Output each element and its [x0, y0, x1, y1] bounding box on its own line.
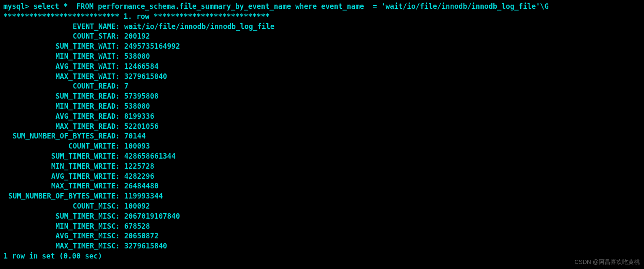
result-row: COUNT_MISC: 100092: [3, 201, 641, 212]
field-name: MIN_TIMER_READ:: [3, 102, 124, 112]
field-name: COUNT_WRITE:: [3, 141, 124, 151]
field-value: 20650872: [124, 231, 159, 241]
field-name: AVG_TIMER_READ:: [3, 112, 124, 122]
field-value: 428658661344: [124, 151, 176, 162]
result-row: MIN_TIMER_MISC: 678528: [3, 222, 641, 232]
field-value: 26484480: [124, 181, 159, 191]
field-name: MAX_TIMER_MISC:: [3, 241, 124, 251]
result-row: AVG_TIMER_MISC: 20650872: [3, 231, 641, 241]
result-row: MIN_TIMER_WRITE: 1225728: [3, 162, 641, 172]
result-row: COUNT_READ: 7: [3, 81, 641, 91]
field-value: 57395808: [124, 91, 159, 102]
sql-command: select * FROM performance_schema.file_su…: [34, 2, 549, 10]
field-name: AVG_TIMER_WRITE:: [3, 172, 124, 182]
result-row: EVENT_NAME: wait/io/file/innodb/innodb_l…: [3, 22, 641, 32]
field-name: MIN_TIMER_MISC:: [3, 222, 124, 232]
field-name: SUM_TIMER_WRITE:: [3, 151, 124, 162]
field-value: 100093: [124, 141, 150, 151]
field-value: 52201056: [124, 122, 159, 132]
command-line[interactable]: mysql> select * FROM performance_schema.…: [3, 2, 641, 12]
field-name: MAX_TIMER_WRITE:: [3, 181, 124, 191]
result-row: MIN_TIMER_WAIT: 538080: [3, 52, 641, 62]
field-value: 4282296: [124, 172, 154, 182]
row-header: *************************** 1. row *****…: [3, 12, 641, 22]
field-name: SUM_TIMER_MISC:: [3, 212, 124, 222]
result-row: SUM_TIMER_MISC: 2067019107840: [3, 212, 641, 222]
field-value: 1225728: [124, 162, 154, 172]
result-row: AVG_TIMER_READ: 8199336: [3, 112, 641, 122]
field-value: 2067019107840: [124, 212, 180, 222]
field-value: 8199336: [124, 112, 154, 122]
field-value: 100092: [124, 201, 150, 212]
result-row: MAX_TIMER_WAIT: 3279615840: [3, 72, 641, 82]
field-value: 7: [124, 81, 128, 91]
result-row: AVG_TIMER_WAIT: 12466584: [3, 62, 641, 72]
result-row: SUM_TIMER_READ: 57395808: [3, 91, 641, 102]
field-name: MAX_TIMER_WAIT:: [3, 72, 124, 82]
result-rows: EVENT_NAME: wait/io/file/innodb/innodb_l…: [3, 22, 641, 251]
result-row: MAX_TIMER_WRITE: 26484480: [3, 181, 641, 191]
field-name: EVENT_NAME:: [3, 22, 124, 32]
field-value: 70144: [124, 131, 146, 141]
result-row: COUNT_STAR: 200192: [3, 31, 641, 42]
field-value: 3279615840: [124, 241, 167, 251]
field-value: 538080: [124, 102, 150, 112]
watermark: CSDN @阿昌喜欢吃黄桃: [574, 258, 640, 266]
field-name: SUM_TIMER_READ:: [3, 91, 124, 102]
field-value: 12466584: [124, 62, 159, 72]
result-row: COUNT_WRITE: 100093: [3, 141, 641, 151]
result-row: AVG_TIMER_WRITE: 4282296: [3, 172, 641, 182]
result-row: SUM_NUMBER_OF_BYTES_READ: 70144: [3, 131, 641, 141]
field-name: MAX_TIMER_READ:: [3, 122, 124, 132]
result-row: MAX_TIMER_MISC: 3279615840: [3, 241, 641, 251]
result-row: MIN_TIMER_READ: 538080: [3, 102, 641, 112]
field-value: 200192: [124, 31, 150, 42]
field-name: AVG_TIMER_MISC:: [3, 231, 124, 241]
field-name: SUM_NUMBER_OF_BYTES_WRITE:: [3, 191, 124, 201]
result-row: SUM_NUMBER_OF_BYTES_WRITE: 119993344: [3, 191, 641, 201]
field-value: 538080: [124, 52, 150, 62]
field-name: COUNT_STAR:: [3, 31, 124, 42]
field-value: 119993344: [124, 191, 163, 201]
result-footer: 1 row in set (0.00 sec): [3, 251, 641, 261]
field-value: 2495735164992: [124, 42, 180, 52]
result-row: SUM_TIMER_WRITE: 428658661344: [3, 151, 641, 162]
field-name: COUNT_MISC:: [3, 201, 124, 212]
field-name: COUNT_READ:: [3, 81, 124, 91]
result-row: MAX_TIMER_READ: 52201056: [3, 122, 641, 132]
field-value: 678528: [124, 222, 150, 232]
field-value: 3279615840: [124, 72, 167, 82]
field-name: AVG_TIMER_WAIT:: [3, 62, 124, 72]
field-name: MIN_TIMER_WRITE:: [3, 162, 124, 172]
field-name: SUM_TIMER_WAIT:: [3, 42, 124, 52]
field-value: wait/io/file/innodb/innodb_log_file: [124, 22, 274, 32]
mysql-prompt: mysql>: [3, 2, 34, 10]
field-name: MIN_TIMER_WAIT:: [3, 52, 124, 62]
result-row: SUM_TIMER_WAIT: 2495735164992: [3, 42, 641, 52]
field-name: SUM_NUMBER_OF_BYTES_READ:: [3, 131, 124, 141]
